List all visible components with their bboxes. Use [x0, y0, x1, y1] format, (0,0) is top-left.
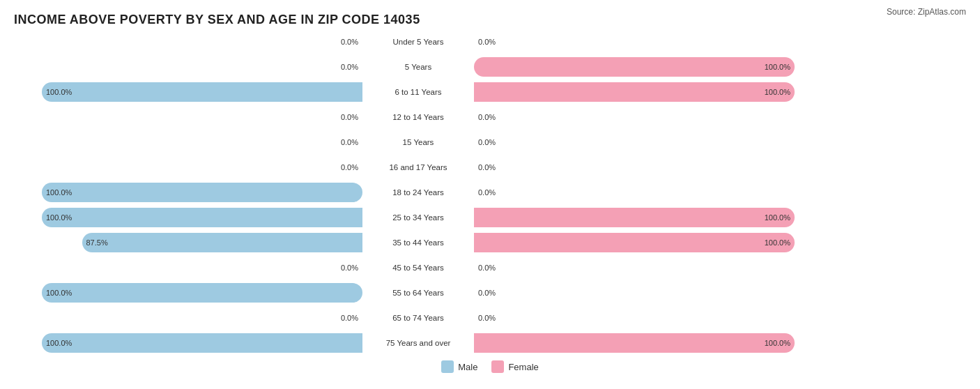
chart-area: 0.0%Under 5 Years0.0%0.0%5 Years100.0%10… — [14, 30, 966, 355]
male-value-zero: 0.0% — [341, 163, 358, 171]
male-bar: 100.0% — [42, 283, 362, 303]
female-value-zero: 0.0% — [478, 163, 496, 171]
age-label: 75 Years and over — [362, 339, 474, 347]
female-bar-section: 0.0% — [474, 130, 822, 154]
male-bar: 100.0% — [42, 183, 362, 202]
male-value-zero: 0.0% — [341, 38, 358, 46]
female-bar: 100.0% — [474, 333, 795, 353]
male-bar: 87.5% — [82, 233, 363, 252]
female-value: 100.0% — [765, 339, 790, 347]
bar-row: 100.0%25 to 34 Years100.0% — [14, 206, 966, 229]
legend-male-box — [441, 360, 454, 373]
legend-male-label: Male — [458, 362, 477, 372]
female-bar-section: 0.0% — [474, 256, 822, 280]
female-value-zero: 0.0% — [478, 138, 496, 146]
legend-female-box — [491, 360, 504, 373]
age-label: 55 to 64 Years — [362, 289, 474, 297]
source-label: Source: ZipAtlas.com — [887, 7, 966, 17]
bar-row: 0.0%12 to 14 Years0.0% — [14, 105, 966, 129]
female-value-zero: 0.0% — [478, 188, 496, 197]
female-value-zero: 0.0% — [478, 314, 496, 322]
male-bar-section: 0.0% — [14, 55, 362, 79]
male-value-zero: 0.0% — [341, 63, 358, 71]
male-value-zero: 0.0% — [341, 113, 358, 121]
female-bar: 100.0% — [474, 82, 795, 102]
male-value: 100.0% — [46, 339, 72, 347]
bar-row: 100.0%6 to 11 Years100.0% — [14, 80, 966, 104]
male-value: 100.0% — [46, 289, 72, 297]
male-value-zero: 0.0% — [341, 314, 358, 322]
male-bar-section: 100.0% — [14, 181, 362, 204]
age-label: Under 5 Years — [362, 38, 474, 46]
female-bar-section: 0.0% — [474, 30, 822, 54]
male-bar-section: 100.0% — [14, 206, 362, 229]
female-bar-section: 0.0% — [474, 105, 822, 129]
legend-male: Male — [441, 360, 477, 373]
bar-row: 0.0%Under 5 Years0.0% — [14, 30, 966, 54]
bar-row: 100.0%75 Years and over100.0% — [14, 331, 966, 355]
age-label: 45 to 54 Years — [362, 264, 474, 272]
male-bar: 100.0% — [42, 208, 362, 227]
female-bar-section: 100.0% — [474, 331, 822, 355]
bar-row: 0.0%16 and 17 Years0.0% — [14, 155, 966, 179]
bar-row: 100.0%55 to 64 Years0.0% — [14, 281, 966, 305]
female-bar-section: 0.0% — [474, 306, 822, 330]
legend-female: Female — [491, 360, 538, 373]
age-label: 5 Years — [362, 63, 474, 71]
male-bar-section: 100.0% — [14, 281, 362, 305]
bar-row: 100.0%18 to 24 Years0.0% — [14, 181, 966, 204]
female-bar-section: 100.0% — [474, 55, 822, 79]
male-value: 100.0% — [46, 188, 72, 197]
bar-row: 87.5%35 to 44 Years100.0% — [14, 231, 966, 254]
age-label: 16 and 17 Years — [362, 163, 474, 171]
female-bar-section: 0.0% — [474, 181, 822, 204]
age-label: 65 to 74 Years — [362, 314, 474, 322]
bar-row: 0.0%15 Years0.0% — [14, 130, 966, 154]
female-bar: 100.0% — [474, 57, 795, 77]
female-value-zero: 0.0% — [478, 264, 496, 272]
chart-title: INCOME ABOVE POVERTY BY SEX AND AGE IN Z… — [14, 7, 420, 27]
male-bar-section: 100.0% — [14, 331, 362, 355]
male-bar: 100.0% — [42, 333, 362, 353]
age-label: 25 to 34 Years — [362, 213, 474, 222]
male-value: 100.0% — [46, 88, 72, 96]
bar-row: 0.0%65 to 74 Years0.0% — [14, 306, 966, 330]
male-value: 100.0% — [46, 213, 72, 222]
female-value: 100.0% — [765, 88, 790, 96]
bar-row: 0.0%5 Years100.0% — [14, 55, 966, 79]
age-label: 12 to 14 Years — [362, 113, 474, 121]
male-bar-section: 100.0% — [14, 80, 362, 104]
male-bar-section: 0.0% — [14, 30, 362, 54]
female-value: 100.0% — [765, 213, 790, 222]
female-bar-section: 100.0% — [474, 80, 822, 104]
male-bar: 100.0% — [42, 82, 362, 102]
male-bar-section: 0.0% — [14, 105, 362, 129]
female-value-zero: 0.0% — [478, 38, 496, 46]
female-bar-section: 100.0% — [474, 231, 822, 254]
female-value: 100.0% — [765, 63, 790, 71]
male-bar-section: 0.0% — [14, 306, 362, 330]
female-bar-section: 100.0% — [474, 206, 822, 229]
male-value-zero: 0.0% — [341, 264, 358, 272]
female-value-zero: 0.0% — [478, 113, 496, 121]
male-bar-section: 0.0% — [14, 256, 362, 280]
female-bar: 100.0% — [474, 208, 795, 227]
age-label: 18 to 24 Years — [362, 188, 474, 197]
age-label: 15 Years — [362, 138, 474, 146]
female-value: 100.0% — [765, 238, 790, 247]
age-label: 35 to 44 Years — [362, 238, 474, 247]
female-bar: 100.0% — [474, 233, 795, 252]
female-bar-section: 0.0% — [474, 281, 822, 305]
male-bar-section: 0.0% — [14, 155, 362, 179]
age-label: 6 to 11 Years — [362, 88, 474, 96]
male-value-zero: 0.0% — [341, 138, 358, 146]
legend-female-label: Female — [508, 362, 538, 372]
female-value-zero: 0.0% — [478, 289, 496, 297]
male-value: 87.5% — [86, 238, 108, 247]
male-bar-section: 87.5% — [14, 231, 362, 254]
male-bar-section: 0.0% — [14, 130, 362, 154]
bar-row: 0.0%45 to 54 Years0.0% — [14, 256, 966, 280]
female-bar-section: 0.0% — [474, 155, 822, 179]
legend: Male Female — [14, 360, 966, 373]
